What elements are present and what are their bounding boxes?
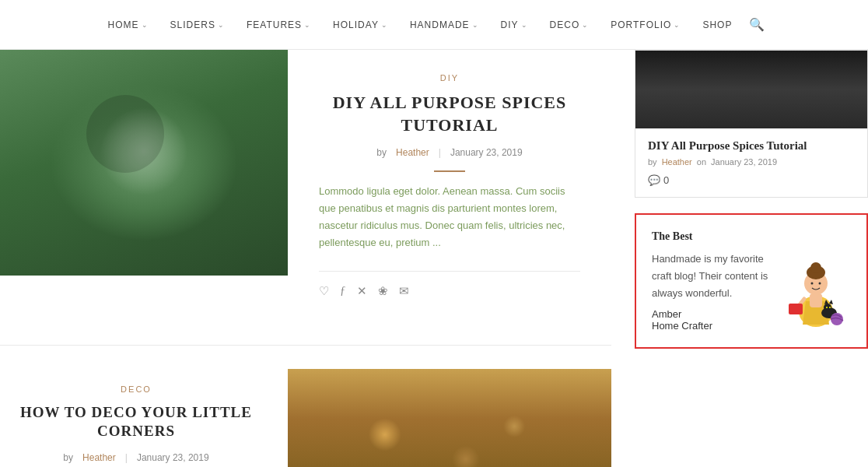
post1-by: by	[376, 147, 387, 158]
post1-author[interactable]: Heather	[396, 147, 429, 158]
svg-rect-2	[810, 293, 822, 307]
testimonial-name: Amber	[652, 308, 772, 320]
testimonial-source: Home Crafter	[652, 320, 772, 332]
nav-home-label: HOME	[108, 19, 139, 30]
nav-sliders-chevron: ⌄	[218, 21, 225, 29]
like-icon[interactable]: ♡	[319, 284, 329, 298]
post1-title[interactable]: DIY ALL PURPOSE SPICES TUTORIAL	[319, 92, 580, 136]
search-button[interactable]: 🔍	[743, 12, 771, 37]
nav-holiday[interactable]: HOLIDAY ⌄	[322, 15, 399, 35]
nav-holiday-chevron: ⌄	[381, 21, 388, 29]
nav-deco[interactable]: DECO ⌄	[539, 15, 600, 35]
post1-category[interactable]: DIY	[440, 73, 459, 83]
post1-date: January 23, 2019	[450, 147, 523, 158]
sidebar-date: January 23, 2019	[711, 157, 777, 167]
sidebar-post-meta: by Heather on January 23, 2019	[648, 157, 855, 167]
post-card-2: Deco HOW TO DECO YOUR LITTLE CORNERS by …	[0, 369, 611, 467]
comments-count: 0	[663, 174, 669, 186]
post1-actions: ♡ ƒ ✕ ❀ ✉	[319, 271, 580, 298]
svg-point-14	[826, 307, 828, 308]
post1-meta: by Heather | January 23, 2019	[376, 147, 522, 158]
nav-home[interactable]: HOME ⌄	[97, 15, 159, 35]
person-illustration	[781, 251, 851, 328]
nav-diy-label: DIY	[501, 19, 519, 30]
nav-features[interactable]: FEATURES ⌄	[236, 15, 322, 35]
nav-deco-label: DECO	[550, 19, 580, 30]
nav-sliders-label: SLIDERS	[170, 19, 215, 30]
svg-point-5	[810, 262, 821, 273]
sidebar-comments: 💬 0	[648, 174, 855, 186]
nav-portfolio-chevron: ⌄	[674, 21, 681, 29]
main-navigation: HOME ⌄ SLIDERS ⌄ FEATURES ⌄ HOLIDAY ⌄ HA…	[0, 0, 868, 50]
svg-point-15	[829, 307, 831, 308]
post2-image[interactable]	[288, 369, 611, 467]
post2-date: January 23, 2019	[137, 452, 209, 463]
testimonial-body: Handmade is my favorite craft blog! Thei…	[652, 251, 851, 332]
post2-title[interactable]: HOW TO DECO YOUR LITTLE CORNERS	[8, 403, 264, 441]
nav-handmade[interactable]: HANDMADE ⌄	[399, 15, 490, 35]
nav-diy[interactable]: DIY ⌄	[490, 15, 539, 35]
facebook-icon[interactable]: ƒ	[340, 284, 346, 297]
svg-point-6	[811, 283, 814, 285]
nav-deco-chevron: ⌄	[582, 21, 589, 29]
pinterest-icon[interactable]: ❀	[378, 284, 388, 298]
post2-category[interactable]: Deco	[121, 384, 152, 394]
testimonial-label: The Best	[652, 230, 851, 243]
post1-content: DIY DIY ALL PURPOSE SPICES TUTORIAL by H…	[288, 50, 611, 321]
nav-holiday-label: HOLIDAY	[333, 19, 379, 30]
sidebar-post-card: DIY All Purpose Spices Tutorial by Heath…	[635, 50, 868, 198]
sidebar-by: by	[648, 157, 657, 167]
twitter-icon[interactable]: ✕	[357, 284, 367, 298]
svg-marker-13	[829, 300, 833, 304]
sidebar: DIY All Purpose Spices Tutorial by Heath…	[619, 50, 868, 467]
testimonial-text-block: Handmade is my favorite craft blog! Thei…	[652, 251, 772, 332]
nav-shop[interactable]: SHOP	[691, 15, 743, 35]
post2-by: by	[63, 452, 73, 463]
post1-image[interactable]	[0, 50, 288, 276]
page-layout: DIY DIY ALL PURPOSE SPICES TUTORIAL by H…	[0, 50, 868, 467]
post1-title-divider	[434, 170, 465, 172]
post-card-1: DIY DIY ALL PURPOSE SPICES TUTORIAL by H…	[0, 50, 611, 346]
post1-excerpt: Lommodo ligula eget dolor. Aenean massa.…	[319, 183, 580, 251]
post2-content: Deco HOW TO DECO YOUR LITTLE CORNERS by …	[0, 369, 288, 467]
post2-meta: by Heather | January 23, 2019	[63, 452, 208, 463]
main-content: DIY DIY ALL PURPOSE SPICES TUTORIAL by H…	[0, 50, 619, 467]
svg-rect-9	[789, 304, 803, 314]
post1-divider: |	[439, 147, 441, 158]
email-icon[interactable]: ✉	[399, 284, 409, 298]
nav-diy-chevron: ⌄	[521, 21, 528, 29]
nav-sliders[interactable]: SLIDERS ⌄	[159, 15, 236, 35]
nav-handmade-label: HANDMADE	[410, 19, 470, 30]
testimonial-card: The Best Handmade is my favorite craft b…	[635, 213, 868, 349]
nav-portfolio[interactable]: PORTFOLIO ⌄	[600, 15, 691, 35]
sidebar-author[interactable]: Heather	[662, 157, 692, 167]
nav-home-chevron: ⌄	[142, 21, 149, 29]
post2-author[interactable]: Heather	[82, 452, 116, 463]
nav-features-chevron: ⌄	[304, 21, 311, 29]
sidebar-post-title[interactable]: DIY All Purpose Spices Tutorial	[648, 139, 855, 153]
nav-portfolio-label: PORTFOLIO	[611, 19, 671, 30]
testimonial-text: Handmade is my favorite craft blog! Thei…	[652, 251, 772, 302]
sidebar-post-info: DIY All Purpose Spices Tutorial by Heath…	[635, 128, 867, 197]
comment-icon: 💬	[648, 174, 660, 186]
nav-handmade-chevron: ⌄	[472, 21, 479, 29]
post2-divider: |	[125, 452, 128, 463]
sidebar-on: on	[697, 157, 706, 167]
nav-shop-label: SHOP	[702, 19, 732, 30]
sidebar-post-image[interactable]	[635, 51, 867, 128]
nav-features-label: FEATURES	[247, 19, 302, 30]
svg-point-7	[819, 283, 821, 285]
avatar	[781, 251, 851, 328]
